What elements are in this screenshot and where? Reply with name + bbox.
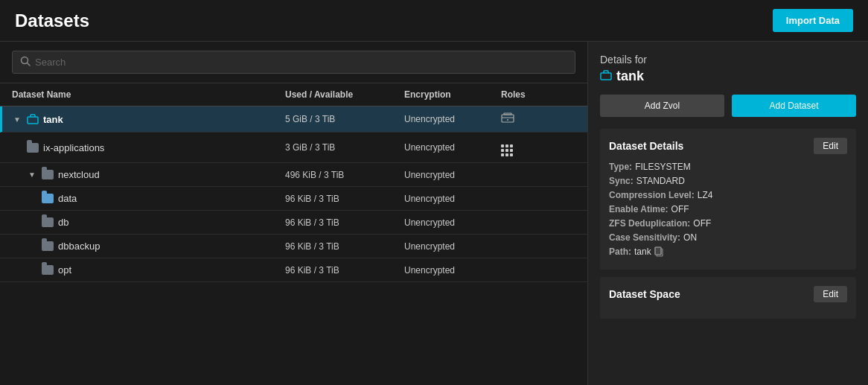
- folder-icon: [42, 265, 54, 275]
- compression-value: LZ4: [698, 190, 713, 200]
- table-row[interactable]: data 96 KiB / 3 TiB Unencrypted: [0, 187, 587, 211]
- dataset-details-title: Dataset Details: [609, 140, 683, 152]
- section-header: Dataset Details Edit: [609, 138, 847, 154]
- path-value: tank: [634, 246, 651, 257]
- path-label: Path:: [609, 246, 631, 257]
- row-name-nextcloud: nextcloud: [58, 169, 100, 180]
- col-used-available: Used / Available: [285, 89, 404, 100]
- compression-label: Compression Level:: [609, 190, 695, 200]
- folder-icon: [42, 241, 54, 251]
- search-input[interactable]: [35, 57, 567, 68]
- row-name-data: data: [58, 193, 77, 204]
- copy-path-icon[interactable]: [654, 246, 665, 257]
- table-row[interactable]: ▼ tank 5 GiB / 3 TiB Unencrypted: [0, 106, 587, 133]
- details-tank-icon: [600, 69, 612, 84]
- type-value: FILESYSTEM: [635, 162, 691, 172]
- detail-dedup: ZFS Deduplication: OFF: [609, 218, 847, 229]
- table-row[interactable]: dbbackup 96 KiB / 3 TiB Unencrypted: [0, 235, 587, 258]
- right-panel: Details for tank Add Zvol Add Dataset Da…: [588, 42, 868, 385]
- dataset-space-edit-button[interactable]: Edit: [814, 286, 847, 302]
- detail-sync: Sync: STANDARD: [609, 176, 847, 186]
- row-name-ix-applications: ix-applications: [43, 142, 104, 153]
- detail-type: Type: FILESYSTEM: [609, 162, 847, 172]
- expand-tank[interactable]: ▼: [12, 115, 22, 124]
- svg-rect-15: [655, 247, 661, 255]
- import-data-button[interactable]: Import Data: [773, 9, 853, 32]
- cell-used-db: 96 KiB / 3 TiB: [285, 217, 404, 228]
- cell-used-opt: 96 KiB / 3 TiB: [285, 265, 404, 276]
- row-name-tank: tank: [43, 114, 63, 125]
- cell-name-db: db: [12, 217, 285, 228]
- cell-name-tank: ▼ tank: [12, 114, 285, 125]
- expand-nextcloud[interactable]: ▼: [27, 171, 37, 179]
- case-value: ON: [683, 232, 697, 243]
- dataset-table: Dataset Name Used / Available Encryption…: [0, 83, 587, 385]
- dataset-space-section: Dataset Space Edit: [600, 277, 856, 319]
- details-tank-name: tank: [616, 69, 644, 84]
- folder-icon: [42, 217, 54, 227]
- cell-used-tank: 5 GiB / 3 TiB: [285, 114, 404, 124]
- action-buttons: Add Zvol Add Dataset: [600, 95, 856, 117]
- cell-name-dbbackup: dbbackup: [12, 241, 285, 252]
- svg-rect-7: [504, 113, 511, 115]
- row-name-opt: opt: [58, 264, 71, 276]
- folder-icon: [42, 194, 54, 203]
- cell-encryption-db: Unencrypted: [404, 217, 501, 228]
- svg-point-9: [507, 119, 508, 121]
- smb-icon: [501, 112, 514, 126]
- dedup-label: ZFS Deduplication:: [609, 218, 690, 229]
- details-for-name: tank: [600, 69, 856, 84]
- atime-value: OFF: [671, 204, 689, 214]
- dataset-space-header: Dataset Space Edit: [609, 286, 847, 302]
- dataset-root-icon: [27, 114, 39, 124]
- cell-encryption-nextcloud: Unencrypted: [404, 170, 501, 180]
- detail-compression: Compression Level: LZ4: [609, 190, 847, 200]
- details-for-label: Details for: [600, 54, 856, 66]
- cell-used-dbbackup: 96 KiB / 3 TiB: [285, 241, 404, 252]
- detail-path: Path: tank: [609, 246, 847, 257]
- col-encryption: Encryption: [404, 89, 501, 100]
- col-dataset-name: Dataset Name: [12, 89, 285, 100]
- cell-name-opt: opt: [12, 264, 285, 276]
- detail-case: Case Sensitivity: ON: [609, 232, 847, 243]
- cell-used-nextcloud: 496 KiB / 3 TiB: [285, 170, 404, 180]
- type-label: Type:: [609, 162, 632, 172]
- dataset-space-title: Dataset Space: [609, 288, 680, 300]
- sync-value: STANDARD: [636, 176, 685, 186]
- main-layout: Dataset Name Used / Available Encryption…: [0, 42, 868, 385]
- row-name-dbbackup: dbbackup: [58, 241, 100, 252]
- cell-used-data: 96 KiB / 3 TiB: [285, 194, 404, 204]
- cell-encryption-dbbackup: Unencrypted: [404, 241, 501, 252]
- atime-label: Enable Atime:: [609, 204, 668, 214]
- header: Datasets Import Data: [0, 0, 868, 42]
- apps-icon: [501, 139, 513, 156]
- folder-icon: [42, 170, 54, 179]
- table-header: Dataset Name Used / Available Encryption…: [0, 83, 587, 106]
- sync-label: Sync:: [609, 176, 634, 186]
- table-row[interactable]: ▼ nextcloud 496 KiB / 3 TiB Unencrypted: [0, 163, 587, 187]
- svg-rect-10: [601, 73, 611, 80]
- cell-encryption-tank: Unencrypted: [404, 114, 501, 124]
- left-panel: Dataset Name Used / Available Encryption…: [0, 42, 588, 385]
- case-label: Case Sensitivity:: [609, 232, 680, 243]
- row-name-db: db: [58, 217, 68, 228]
- cell-encryption-opt: Unencrypted: [404, 265, 501, 276]
- cell-encryption-ix: Unencrypted: [404, 142, 501, 153]
- add-dataset-button[interactable]: Add Dataset: [732, 95, 856, 117]
- table-row[interactable]: ix-applications 3 GiB / 3 TiB Unencrypte…: [0, 133, 587, 163]
- cell-name-nextcloud: ▼ nextcloud: [12, 169, 285, 180]
- svg-rect-2: [28, 117, 38, 124]
- svg-rect-6: [502, 115, 514, 122]
- table-row[interactable]: opt 96 KiB / 3 TiB Unencrypted: [0, 258, 587, 282]
- dataset-details-edit-button[interactable]: Edit: [814, 138, 847, 154]
- cell-roles-ix: [501, 139, 575, 156]
- cell-name-ix-applications: ix-applications: [12, 142, 285, 153]
- cell-name-data: data: [12, 193, 285, 204]
- col-roles: Roles: [501, 89, 575, 100]
- dataset-details-section: Dataset Details Edit Type: FILESYSTEM Sy…: [600, 129, 856, 270]
- cell-roles-tank: [501, 112, 575, 126]
- search-bar: [0, 42, 587, 83]
- table-row[interactable]: db 96 KiB / 3 TiB Unencrypted: [0, 211, 587, 235]
- page-title: Datasets: [15, 10, 89, 31]
- add-zvol-button[interactable]: Add Zvol: [600, 95, 724, 117]
